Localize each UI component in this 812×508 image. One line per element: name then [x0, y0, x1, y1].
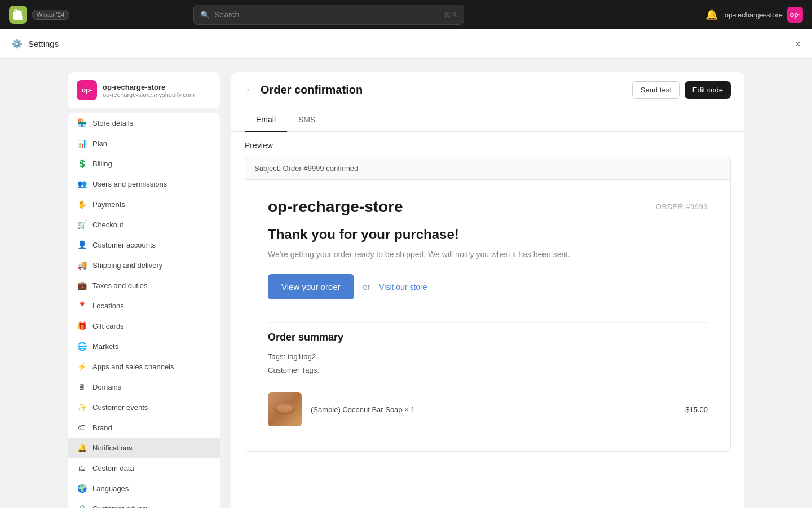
store-avatar: op- — [787, 7, 803, 23]
customer-accounts-icon: 👤 — [77, 240, 87, 250]
checkout-icon: 🛒 — [77, 219, 87, 229]
sidebar-item-gift-cards[interactable]: 🎁 Gift cards — [68, 316, 220, 336]
edit-code-button[interactable]: Edit code — [685, 81, 731, 99]
sidebar-item-taxes-duties[interactable]: 💼 Taxes and duties — [68, 275, 220, 295]
store-name-label: op-recharge-store — [725, 11, 783, 19]
search-input[interactable] — [214, 10, 439, 19]
sidebar-item-store-details[interactable]: 🏪 Store details — [68, 113, 220, 133]
custom-data-icon: 🗂 — [77, 463, 87, 473]
customer-accounts-label: Customer accounts — [92, 241, 156, 249]
apps-label: Apps and sales channels — [92, 363, 174, 371]
users-label: Users and permissions — [92, 180, 167, 188]
notifications-label: Notifications — [92, 444, 133, 452]
settings-title: Settings — [28, 39, 59, 48]
search-bar[interactable]: 🔍 ⌘ K — [193, 5, 464, 25]
store-branding: op- op-recharge-store op-recharge-store.… — [68, 72, 220, 108]
sidebar-item-languages[interactable]: 🌍 Languages — [68, 478, 220, 498]
main-panel: ← Order confirmation Send test Edit code… — [231, 72, 744, 508]
panel-title-group: ← Order confirmation — [245, 83, 363, 96]
sidebar-item-shipping-delivery[interactable]: 🚚 Shipping and delivery — [68, 255, 220, 275]
sidebar-item-brand[interactable]: 🏷 Brand — [68, 417, 220, 438]
visit-store-link[interactable]: Visit our store — [379, 282, 427, 291]
notifications-bell-icon[interactable]: 🔔 — [705, 8, 718, 21]
winter-badge: Winter '24 — [32, 10, 69, 20]
sidebar-item-customer-accounts[interactable]: 👤 Customer accounts — [68, 235, 220, 255]
email-body[interactable]: op-recharge-store ORDER #9999 Thank you … — [245, 180, 730, 451]
email-or: or — [363, 282, 370, 291]
sidebar-nav: 🏪 Store details 📊 Plan 💲 Billing 👥 Users… — [68, 113, 220, 508]
sidebar-item-customer-privacy[interactable]: 🔒 Customer privacy — [68, 498, 220, 508]
brand-icon: 🏷 — [77, 422, 87, 432]
brand-label: Brand — [92, 423, 112, 432]
plan-icon: 📊 — [77, 138, 87, 148]
plan-label: Plan — [92, 139, 107, 148]
nav-right: 🔔 op-recharge-store op- — [705, 7, 803, 23]
taxes-icon: 💼 — [77, 280, 87, 290]
markets-label: Markets — [92, 342, 118, 351]
tab-sms[interactable]: SMS — [287, 108, 326, 132]
sidebar-item-locations[interactable]: 📍 Locations — [68, 295, 220, 316]
sidebar-item-custom-data[interactable]: 🗂 Custom data — [68, 458, 220, 478]
customer-privacy-label: Customer privacy — [92, 505, 149, 509]
sidebar-item-domains[interactable]: 🖥 Domains — [68, 377, 220, 397]
email-body-inner: op-recharge-store ORDER #9999 Thank you … — [245, 180, 730, 451]
tags-line1: Tags: tag1tag2 — [268, 350, 708, 363]
customer-events-label: Customer events — [92, 403, 148, 412]
email-subject: Subject: Order #9999 confirmed — [245, 157, 730, 180]
close-settings-button[interactable]: × — [795, 39, 801, 49]
sidebar-item-payments[interactable]: ✋ Payments — [68, 194, 220, 214]
email-preview-container: Subject: Order #9999 confirmed op-rechar… — [245, 157, 731, 452]
panel-actions: Send test Edit code — [632, 81, 731, 99]
email-heading: Thank you for your purchase! — [268, 227, 708, 242]
apps-icon: ⚡ — [77, 361, 87, 372]
shopify-logo[interactable]: Winter '24 — [9, 6, 69, 24]
order-item: (Sample) Coconut Bar Soap × 1 $15.00 — [268, 386, 708, 433]
customer-events-icon: ✨ — [77, 402, 87, 412]
markets-icon: 🌐 — [77, 341, 87, 351]
order-summary-title: Order summary — [268, 332, 708, 343]
notifications-icon: 🔔 — [77, 443, 87, 453]
sidebar-item-customer-events[interactable]: ✨ Customer events — [68, 397, 220, 417]
svg-point-2 — [277, 404, 293, 411]
search-shortcut: ⌘ K — [444, 11, 457, 19]
tabs: Email SMS — [231, 108, 744, 132]
tags-line2: Customer Tags: — [268, 364, 708, 377]
view-order-button[interactable]: View your order — [268, 274, 354, 299]
shopify-icon — [9, 6, 27, 24]
settings-body: op- op-recharge-store op-recharge-store.… — [68, 72, 744, 508]
gift-cards-icon: 🎁 — [77, 321, 87, 331]
back-button[interactable]: ← — [245, 84, 255, 96]
order-item-details: (Sample) Coconut Bar Soap × 1 — [311, 405, 676, 414]
settings-title-group: ⚙️ Settings — [11, 38, 59, 49]
soap-image — [268, 392, 302, 426]
settings-gear-icon: ⚙️ — [11, 38, 23, 49]
send-test-button[interactable]: Send test — [632, 81, 680, 99]
search-icon: 🔍 — [201, 11, 210, 19]
sidebar-item-users-permissions[interactable]: 👥 Users and permissions — [68, 174, 220, 194]
payments-icon: ✋ — [77, 199, 87, 209]
sidebar-item-notifications[interactable]: 🔔 Notifications — [68, 438, 220, 458]
tab-email[interactable]: Email — [245, 108, 287, 132]
sidebar-item-markets[interactable]: 🌐 Markets — [68, 336, 220, 356]
customer-privacy-icon: 🔒 — [77, 503, 87, 508]
store-details-icon: 🏪 — [77, 118, 87, 128]
store-info[interactable]: op-recharge-store op- — [725, 7, 803, 23]
email-actions: View your order or Visit our store — [268, 274, 708, 299]
gift-cards-label: Gift cards — [92, 322, 124, 330]
sidebar-item-apps-sales-channels[interactable]: ⚡ Apps and sales channels — [68, 356, 220, 377]
shipping-icon: 🚚 — [77, 260, 87, 270]
sidebar-item-billing[interactable]: 💲 Billing — [68, 153, 220, 174]
order-item-price: $15.00 — [685, 405, 708, 414]
settings-wrapper: ⚙️ Settings × op- op-recharge-store op-r… — [0, 29, 812, 508]
payments-label: Payments — [92, 200, 125, 209]
store-brand-name: op-recharge-store — [103, 83, 195, 91]
panel-title: Order confirmation — [261, 83, 363, 96]
sidebar-item-plan[interactable]: 📊 Plan — [68, 133, 220, 153]
settings-header: ⚙️ Settings × — [0, 29, 812, 59]
sidebar-item-checkout[interactable]: 🛒 Checkout — [68, 214, 220, 235]
preview-section: Preview Subject: Order #9999 confirmed o… — [231, 132, 744, 461]
languages-icon: 🌍 — [77, 483, 87, 493]
billing-icon: 💲 — [77, 158, 87, 169]
locations-label: Locations — [92, 302, 124, 310]
preview-label: Preview — [245, 141, 731, 150]
